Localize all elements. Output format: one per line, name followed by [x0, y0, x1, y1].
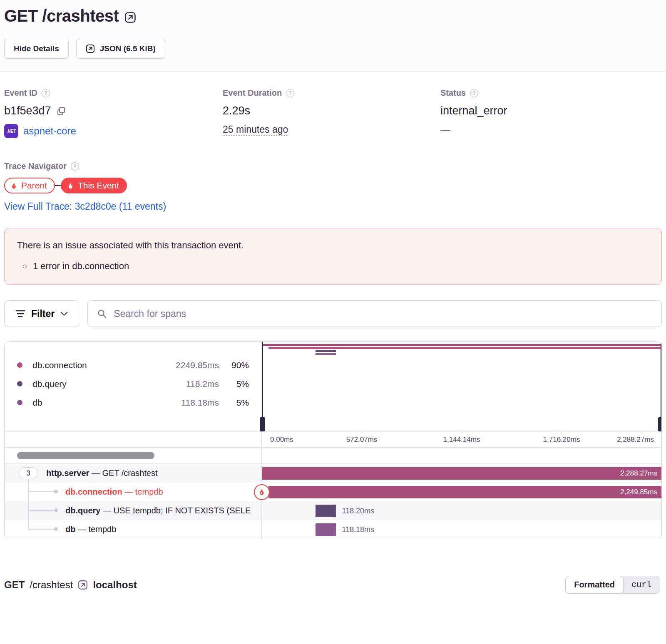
- parent-pill-label: Parent: [21, 181, 47, 191]
- this-event-pill[interactable]: This Event: [61, 178, 127, 193]
- child-count-pill[interactable]: 3: [19, 467, 38, 479]
- view-full-trace-link[interactable]: View Full Trace: 3c2d8c0e (11 events): [4, 201, 166, 212]
- legend-op: db: [32, 398, 157, 408]
- minimap-bar-http-server: [262, 344, 661, 346]
- alert-error-item[interactable]: 1 error in db.connection: [17, 261, 649, 272]
- span-op: db.query: [65, 506, 100, 515]
- legend-row-db-query[interactable]: db.query 118.2ms 5%: [17, 374, 249, 393]
- minimap-bar-db: [316, 353, 336, 355]
- span-rows: 3 http.server — GET /crashtest 2,288.27m…: [5, 464, 661, 539]
- status-label: Status: [440, 88, 466, 98]
- request-format-toggle: Formatted curl: [565, 576, 660, 594]
- separator: —: [124, 487, 133, 496]
- event-id-block: Event ID ? b1f5e3d7 .NET aspnet-core: [4, 88, 223, 138]
- span-description: GET /crashtest: [102, 468, 158, 478]
- event-age[interactable]: 25 minutes ago: [223, 124, 288, 135]
- horizontal-scrollbar-thumb[interactable]: [17, 452, 154, 459]
- span-row-http-server[interactable]: 3 http.server — GET /crashtest 2,288.27m…: [5, 464, 661, 483]
- legend-percentage: 90%: [219, 360, 249, 370]
- span-bar[interactable]: [316, 505, 336, 517]
- parent-event-pill[interactable]: Parent: [4, 178, 55, 193]
- trace-navigator-help-icon[interactable]: ?: [71, 162, 79, 171]
- separator: —: [78, 525, 86, 534]
- filter-button[interactable]: Filter: [4, 300, 79, 327]
- filter-icon: [15, 310, 25, 318]
- axis-label: 2,288.27ms: [617, 436, 654, 444]
- axis-label: 572.07ms: [346, 436, 378, 444]
- event-id-value: b1f5e3d7: [4, 104, 51, 117]
- minimap-bar-db-query: [316, 350, 336, 352]
- status-value: internal_error: [440, 104, 507, 117]
- legend-duration: 118.18ms: [157, 398, 219, 408]
- trace-navigator: Trace Navigator ? Parent This Event View…: [0, 138, 666, 212]
- span-duration-label: 118.18ms: [342, 525, 374, 534]
- span-bar[interactable]: [316, 523, 336, 536]
- event-meta: Event ID ? b1f5e3d7 .NET aspnet-core Eve…: [0, 72, 666, 138]
- json-button-label: JSON (6.5 KiB): [100, 44, 156, 53]
- request-host: localhost: [93, 579, 137, 591]
- viewport-left-handle[interactable]: [260, 417, 265, 431]
- spans-toolbar: Filter: [4, 300, 662, 327]
- event-header: GET /crashtest Hide Details JSON (6.5 Ki…: [0, 0, 666, 72]
- legend-op: db.query: [32, 379, 157, 389]
- fire-icon: [67, 182, 74, 190]
- event-duration-help-icon[interactable]: ?: [286, 89, 294, 97]
- request-external-link-icon[interactable]: [78, 580, 88, 590]
- legend-row-db[interactable]: db 118.18ms 5%: [17, 393, 249, 412]
- span-op-legend: db.connection 2249.85ms 90% db.query 118…: [5, 342, 262, 431]
- span-title: db.connection — tempdb: [5, 487, 163, 497]
- tree-scrollbar-row: [5, 447, 661, 464]
- viewport-right-handle[interactable]: [658, 417, 662, 431]
- formatted-toggle-button[interactable]: Formatted: [565, 576, 624, 594]
- trace-connector-line: [55, 185, 61, 186]
- span-row-db-connection[interactable]: db.connection — tempdb 2,249.85ms: [5, 483, 661, 501]
- span-op: db: [65, 525, 75, 534]
- span-bar[interactable]: 2,249.85ms: [268, 486, 661, 498]
- curl-toggle-button[interactable]: curl: [623, 576, 660, 593]
- span-row-db[interactable]: db — tempdb 118.18ms: [5, 520, 661, 539]
- request-method: GET: [4, 579, 25, 591]
- this-event-pill-label: This Event: [78, 181, 119, 191]
- json-download-button[interactable]: JSON (6.5 KiB): [76, 39, 165, 59]
- copy-icon[interactable]: [56, 106, 66, 116]
- time-axis: 0.00ms 572.07ms 1,144.14ms 1,716.20ms 2,…: [5, 431, 661, 447]
- span-op: db.connection: [65, 487, 122, 496]
- legend-percentage: 5%: [219, 379, 249, 389]
- span-description: tempdb: [89, 525, 117, 534]
- fire-icon: [10, 182, 17, 190]
- span-bar[interactable]: 2,288.27ms: [262, 467, 661, 480]
- trace-navigator-label: Trace Navigator: [4, 161, 67, 171]
- span-search-input[interactable]: [114, 308, 652, 320]
- axis-tick: [362, 432, 362, 435]
- span-duration-label: 2,249.85ms: [620, 488, 657, 496]
- event-id-help-icon[interactable]: ?: [42, 89, 50, 97]
- span-title: db — tempdb: [5, 525, 116, 534]
- span-title: http.server — GET /crashtest: [46, 468, 158, 478]
- error-fire-badge[interactable]: [254, 484, 270, 500]
- open-transaction-external-link-icon[interactable]: [124, 12, 136, 23]
- status-block: Status ? internal_error —: [440, 88, 662, 138]
- event-duration-value: 2.29s: [223, 104, 250, 117]
- transaction-issue-alert: There is an issue associated with this t…: [4, 228, 662, 285]
- status-help-icon[interactable]: ?: [470, 89, 478, 97]
- trace-minimap[interactable]: [262, 342, 661, 431]
- search-icon: [97, 309, 107, 319]
- span-duration-label: 2,288.27ms: [620, 469, 657, 478]
- span-row-db-query[interactable]: db.query — USE tempdb; IF NOT EXISTS (SE…: [5, 501, 661, 520]
- event-duration-block: Event Duration ? 2.29s 25 minutes ago: [223, 88, 440, 138]
- filter-button-label: Filter: [31, 308, 55, 320]
- page-title: GET /crashtest: [4, 7, 119, 25]
- db-connection-dot-icon: [17, 362, 22, 368]
- db-query-dot-icon: [17, 381, 22, 386]
- axis-label: 1,144.14ms: [443, 436, 480, 444]
- event-id-label: Event ID: [4, 88, 37, 98]
- span-search-box: [87, 300, 662, 327]
- legend-duration: 118.2ms: [157, 379, 219, 389]
- alert-error-text: 1 error in db.connection: [33, 261, 129, 272]
- project-link[interactable]: aspnet-core: [23, 125, 76, 137]
- hide-details-button[interactable]: Hide Details: [4, 39, 69, 59]
- axis-label: 0.00ms: [270, 436, 293, 444]
- dotnet-platform-icon: .NET: [4, 124, 18, 138]
- legend-row-db-connection[interactable]: db.connection 2249.85ms 90%: [17, 356, 249, 374]
- span-duration-label: 118.20ms: [342, 506, 374, 515]
